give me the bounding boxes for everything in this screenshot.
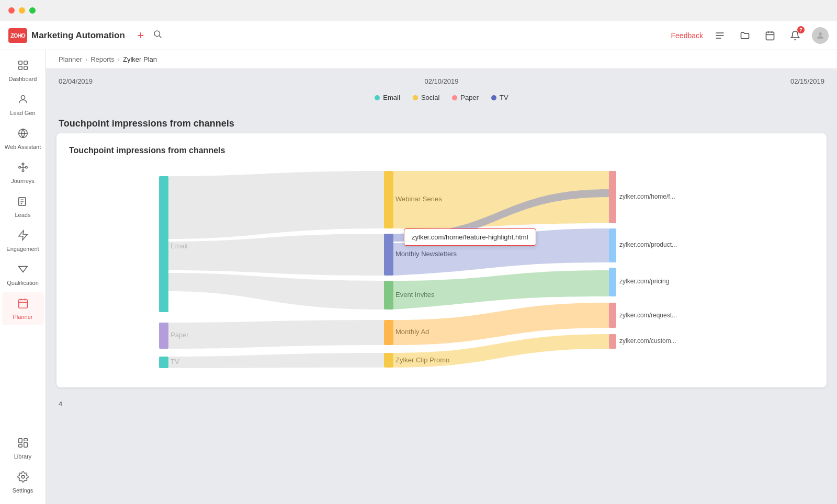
node-url2 — [609, 228, 616, 262]
sidebar-item-web-assistant[interactable]: Web Assistant — [2, 122, 44, 155]
sidebar-item-qualification[interactable]: Qualification — [2, 258, 44, 291]
search-button[interactable] — [150, 28, 165, 43]
content-area: Planner › Reports › Zylker Plan 02/04/20… — [46, 50, 837, 504]
maximize-dot[interactable] — [29, 7, 36, 14]
flow-paper-ad-bg — [168, 320, 384, 349]
breadcrumb-sep-1: › — [85, 55, 87, 63]
flow-email-events-bg — [168, 273, 384, 310]
svg-point-16 — [18, 166, 20, 168]
minimize-dot[interactable] — [19, 7, 25, 14]
svg-point-0 — [154, 31, 160, 37]
sidebar-item-leads[interactable]: Leads — [2, 190, 44, 223]
legend-social: Social — [413, 94, 439, 101]
sidebar-label-engagement: Engagement — [6, 246, 39, 252]
sankey-container: Email Paper TV Webinar Series Monthly Ne… — [69, 166, 814, 375]
svg-rect-5 — [766, 32, 774, 40]
date-area: 02/04/2019 02/10/2019 02/15/2019 Email S… — [46, 69, 837, 110]
node-url4 — [609, 303, 616, 328]
sidebar-item-library[interactable]: Library — [2, 432, 44, 465]
label-url5: zylker.com/custom... — [619, 337, 676, 345]
flow-email-webinar-bg — [168, 171, 384, 239]
sidebar-item-settings[interactable]: Settings — [2, 466, 44, 499]
legend-label-social: Social — [421, 94, 439, 101]
legend-paper: Paper — [452, 94, 479, 101]
node-url3 — [609, 268, 616, 296]
svg-point-17 — [25, 166, 27, 168]
sidebar-label-qualification: Qualification — [7, 280, 39, 286]
close-dot[interactable] — [8, 7, 15, 14]
web-assistant-icon — [17, 128, 29, 142]
breadcrumb-current: Zylker Plan — [123, 55, 157, 63]
node-event-invites — [384, 281, 393, 310]
date-3: 02/15/2019 — [790, 77, 824, 85]
legend-label-paper: Paper — [460, 94, 479, 101]
node-monthly-ad — [384, 320, 393, 345]
svg-point-14 — [21, 96, 25, 99]
chart-card: Touchpoint impressions from channels Ema… — [56, 133, 827, 387]
svg-rect-13 — [24, 66, 27, 70]
sidebar: Dashboard Lead Gen Web Assistant Journey… — [0, 50, 46, 504]
breadcrumb-planner[interactable]: Planner — [59, 55, 82, 63]
date-2: 02/10/2019 — [424, 77, 458, 85]
sidebar-item-lead-gen[interactable]: Lead Gen — [2, 88, 44, 121]
sankey-chart: Email Paper TV Webinar Series Monthly Ne… — [69, 166, 814, 375]
label-url1: zylker.com/home/f... — [619, 193, 675, 200]
svg-rect-28 — [18, 300, 27, 308]
lead-gen-icon — [17, 94, 29, 108]
sidebar-bottom: Library Settings — [2, 432, 44, 500]
node-tv — [159, 357, 168, 368]
sidebar-item-dashboard[interactable]: Dashboard — [2, 54, 44, 87]
calendar-icon-button[interactable] — [762, 27, 778, 44]
feedback-link[interactable]: Feedback — [671, 31, 703, 40]
qualification-icon — [17, 264, 29, 278]
leads-icon — [17, 196, 29, 210]
top-nav: ZOHO Marketing Automation + Feedback 7 — [0, 21, 837, 50]
breadcrumb-sep-2: › — [118, 55, 120, 63]
nav-right: Feedback 7 — [671, 27, 829, 44]
svg-rect-10 — [18, 61, 21, 64]
library-icon — [17, 437, 29, 451]
list-icon-button[interactable] — [711, 27, 728, 44]
add-button[interactable]: + — [133, 28, 148, 43]
svg-rect-12 — [18, 66, 21, 70]
zoho-logo: ZOHO — [8, 28, 27, 43]
settings-icon — [17, 471, 29, 485]
svg-point-19 — [22, 170, 24, 172]
titlebar — [0, 0, 837, 21]
breadcrumb: Planner › Reports › Zylker Plan — [46, 50, 837, 69]
sidebar-label-lead-gen: Lead Gen — [10, 110, 35, 116]
date-labels: 02/04/2019 02/10/2019 02/15/2019 — [59, 77, 824, 89]
sidebar-item-planner[interactable]: Planner — [2, 292, 44, 325]
legend-dot-email — [375, 95, 380, 100]
sidebar-label-dashboard: Dashboard — [9, 76, 37, 82]
folder-icon-button[interactable] — [737, 27, 753, 44]
notification-button[interactable]: 7 — [787, 27, 804, 44]
section-heading: Touchpoint impressions from channels — [46, 110, 837, 133]
legend-dot-paper — [452, 95, 457, 100]
node-url1 — [609, 171, 616, 223]
node-webinar — [384, 171, 393, 228]
node-email — [159, 176, 168, 312]
date-1: 02/04/2019 — [59, 77, 93, 85]
legend-tv: TV — [491, 94, 508, 101]
legend-label-tv: TV — [500, 94, 508, 101]
sidebar-label-library: Library — [14, 453, 32, 460]
svg-rect-35 — [18, 439, 21, 443]
sidebar-item-engagement[interactable]: Engagement — [2, 224, 44, 257]
breadcrumb-reports[interactable]: Reports — [91, 55, 115, 63]
svg-point-9 — [819, 32, 822, 36]
sidebar-label-settings: Settings — [13, 487, 33, 494]
svg-marker-27 — [18, 267, 27, 272]
sidebar-item-journeys[interactable]: Journeys — [2, 156, 44, 189]
sidebar-label-leads: Leads — [15, 212, 31, 218]
node-url5 — [609, 334, 616, 349]
journeys-icon — [17, 162, 29, 176]
chart-legend: Email Social Paper TV — [59, 89, 824, 110]
label-url2: zylker.com/product... — [619, 241, 677, 248]
engagement-icon — [17, 230, 29, 244]
sidebar-label-web-assistant: Web Assistant — [5, 144, 41, 150]
avatar[interactable] — [812, 27, 829, 44]
tooltip: zylker.com/home/feature-highlight.html — [404, 228, 536, 246]
node-newsletters — [384, 234, 393, 276]
svg-rect-11 — [24, 61, 27, 64]
